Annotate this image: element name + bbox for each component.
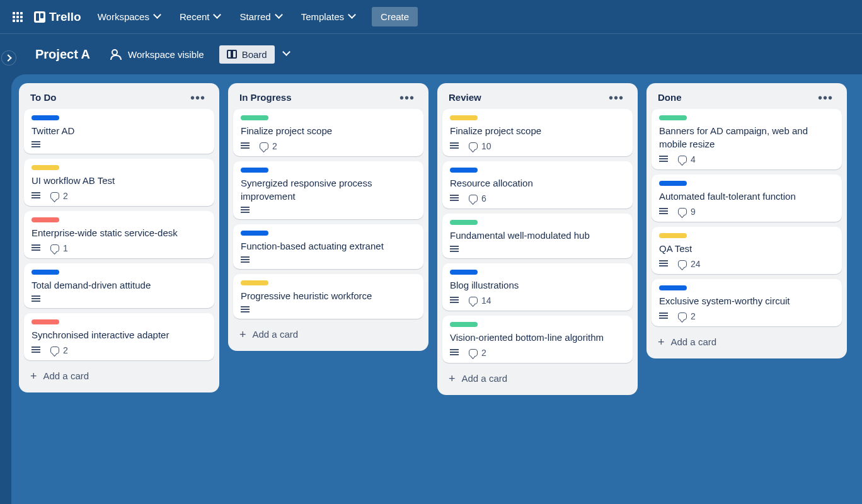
card-badges: 2 — [659, 311, 834, 321]
card[interactable]: QA Test24 — [652, 227, 842, 274]
description-icon — [450, 349, 459, 357]
description-icon — [32, 141, 40, 149]
nav-templates[interactable]: Templates — [294, 8, 363, 26]
card-badges — [241, 306, 416, 314]
nav-label: Workspaces — [98, 11, 149, 22]
comments-badge: 9 — [678, 207, 696, 217]
chevron-down-icon — [154, 14, 161, 20]
list-menu-button[interactable]: ••• — [188, 93, 208, 103]
visibility-label: Workspace visible — [128, 49, 204, 60]
list-title[interactable]: Review — [449, 92, 481, 103]
card-badges: 9 — [659, 207, 834, 217]
card-label[interactable] — [450, 322, 478, 327]
card-label[interactable] — [659, 181, 687, 186]
comment-icon — [678, 260, 687, 268]
card-label[interactable] — [32, 319, 59, 324]
add-card-button[interactable]: +Add a card — [442, 368, 633, 389]
card-badges: 2 — [32, 345, 207, 355]
add-card-label: Add a card — [671, 336, 717, 347]
description-icon — [659, 208, 668, 215]
sidebar-expand-button[interactable] — [1, 50, 16, 66]
card[interactable]: Synchronised interactive adapter2 — [24, 313, 214, 360]
nav-recent[interactable]: Recent — [172, 8, 229, 26]
nav-starred[interactable]: Starred — [232, 8, 289, 26]
card[interactable]: Twitter AD — [24, 109, 214, 154]
comments-count: 2 — [63, 191, 68, 201]
description-icon — [32, 244, 40, 252]
trello-logo[interactable]: Trello — [32, 10, 86, 24]
card-badges: 2 — [241, 141, 416, 151]
card[interactable]: Automated fault-tolerant function9 — [652, 175, 842, 222]
card-badges — [32, 141, 207, 149]
card[interactable]: Banners for AD campaign, web and mobile … — [652, 109, 842, 169]
card-badges: 14 — [450, 295, 625, 306]
card-label[interactable] — [450, 168, 478, 173]
card[interactable]: UI workflow AB Test2 — [24, 159, 214, 206]
view-switcher-chevron[interactable] — [284, 51, 290, 57]
comment-icon — [678, 156, 687, 163]
card-badges — [32, 295, 207, 303]
add-card-button[interactable]: +Add a card — [652, 331, 842, 352]
card-badges: 4 — [659, 154, 834, 164]
card-label[interactable] — [659, 115, 687, 120]
card-label[interactable] — [241, 231, 268, 236]
card-label[interactable] — [450, 220, 478, 225]
list-menu-button[interactable]: ••• — [397, 93, 417, 103]
card[interactable]: Function-based actuating extranet — [233, 224, 423, 269]
comments-badge: 1 — [50, 243, 68, 253]
comment-icon — [50, 192, 59, 200]
card-label[interactable] — [241, 115, 268, 120]
card[interactable]: Fundamental well-modulated hub — [442, 214, 633, 258]
nav-workspaces[interactable]: Workspaces — [90, 8, 168, 26]
card[interactable]: Total demand-driven attitude — [24, 263, 214, 308]
visibility-button[interactable]: Workspace visible — [104, 45, 210, 64]
card-label[interactable] — [32, 115, 59, 120]
card[interactable]: Enterprise-wide static service-desk1 — [24, 211, 214, 258]
comments-badge: 2 — [678, 311, 696, 321]
list-menu-button[interactable]: ••• — [815, 93, 836, 103]
card[interactable]: Resource allocation6 — [442, 161, 633, 209]
card-label[interactable] — [450, 270, 478, 275]
create-label: Create — [381, 11, 409, 22]
board-title[interactable]: Project A — [35, 47, 95, 62]
comment-icon — [469, 142, 478, 150]
apps-grid-icon — [13, 12, 23, 22]
card-label[interactable] — [450, 115, 478, 120]
card[interactable]: Progressive heuristic workforce — [233, 274, 423, 319]
comments-badge: 2 — [469, 348, 486, 358]
card-label[interactable] — [241, 168, 268, 173]
list-title[interactable]: In Progress — [239, 92, 292, 103]
view-board-button[interactable]: Board — [219, 45, 275, 64]
comment-icon — [469, 297, 478, 304]
add-card-button[interactable]: +Add a card — [233, 324, 423, 345]
comment-icon — [50, 346, 59, 354]
card-badges: 6 — [450, 193, 625, 203]
card[interactable]: Synergized responsive process improvemen… — [233, 161, 423, 219]
list-menu-button[interactable]: ••• — [606, 93, 626, 103]
card-title: Synchronised interactive adapter — [32, 328, 207, 341]
card[interactable]: Blog illustrations14 — [442, 263, 633, 311]
app-name: Trello — [49, 10, 81, 24]
card-label[interactable] — [32, 217, 59, 222]
chevron-down-icon — [276, 14, 282, 20]
list-title[interactable]: Done — [658, 92, 682, 103]
description-icon — [241, 142, 250, 150]
list: In Progress•••Finalize project scope2Syn… — [228, 83, 428, 351]
add-card-button[interactable]: +Add a card — [24, 365, 214, 386]
comment-icon — [678, 312, 687, 320]
app-switcher-button[interactable] — [8, 7, 28, 27]
card-label[interactable] — [659, 233, 687, 238]
card-label[interactable] — [32, 270, 59, 275]
card[interactable]: Vision-oriented bottom-line algorithm2 — [442, 316, 633, 363]
card-label[interactable] — [659, 285, 687, 290]
card[interactable]: Exclusive system-worthy circuit2 — [652, 279, 842, 326]
card-title: Finalize project scope — [450, 124, 625, 137]
create-button[interactable]: Create — [372, 7, 418, 26]
comments-count: 2 — [272, 141, 277, 151]
card-label[interactable] — [32, 165, 59, 170]
card[interactable]: Finalize project scope10 — [442, 109, 633, 156]
card-title: UI workflow AB Test — [32, 174, 207, 187]
list-title[interactable]: To Do — [30, 92, 56, 103]
card-label[interactable] — [241, 280, 268, 285]
card[interactable]: Finalize project scope2 — [233, 109, 423, 156]
